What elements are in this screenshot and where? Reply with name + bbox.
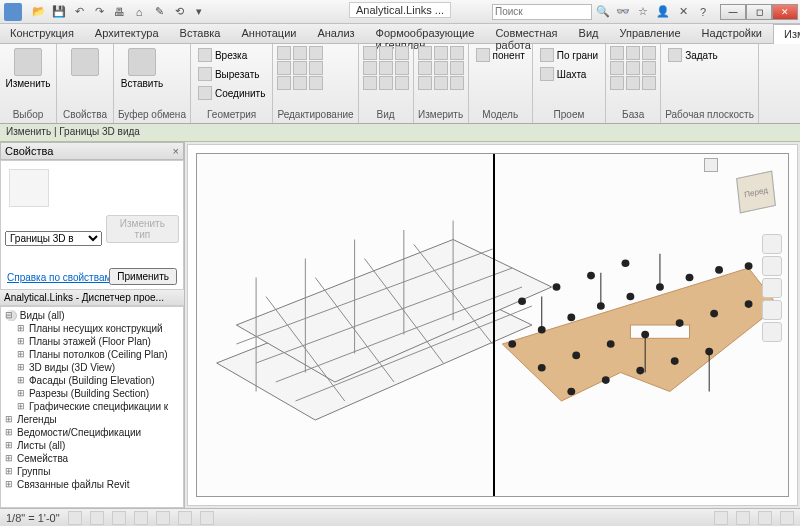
ribbon-tab-3[interactable]: Аннотации [231,24,307,43]
qat-undo-icon[interactable]: ↶ [70,3,88,21]
status-visual-icon[interactable] [90,511,104,525]
tree-extra-5[interactable]: Связанные файлы Revit [3,478,181,491]
qat-dropdown-icon[interactable]: ▾ [190,3,208,21]
qat-home-icon[interactable]: ⌂ [130,3,148,21]
ribbon-icon[interactable] [395,76,409,90]
viewport-toolbar-icon[interactable] [704,158,718,172]
ribbon-tab-0[interactable]: Конструкция [0,24,85,43]
ribbon-icon[interactable] [309,61,323,75]
ribbon-icon[interactable] [610,61,624,75]
edit-type-button[interactable]: Изменить тип [106,215,179,243]
ribbon-tab-4[interactable]: Анализ [307,24,365,43]
ribbon-icon[interactable] [379,61,393,75]
ribbon-icon[interactable] [434,46,448,60]
ribbon-icon[interactable] [418,46,432,60]
tree-item-5[interactable]: Разрезы (Building Section) [3,387,181,400]
nav-look-icon[interactable] [762,322,782,342]
ribbon-icon[interactable] [610,76,624,90]
ribbon-icon[interactable] [450,46,464,60]
tree-extra-0[interactable]: Легенды [3,413,181,426]
status-hide-icon[interactable] [200,511,214,525]
viewport-canvas[interactable]: Перед [196,153,789,497]
qat-print-icon[interactable]: 🖶 [110,3,128,21]
ribbon-btn-8-0[interactable]: По грани [537,46,601,64]
search-icon[interactable]: 🔍 [594,3,612,21]
ribbon-btn-1-0[interactable] [61,46,109,80]
ribbon-icon[interactable] [642,46,656,60]
status-editable-icon[interactable] [736,511,750,525]
nav-zoom-icon[interactable] [762,278,782,298]
ribbon-icon[interactable] [626,61,640,75]
ribbon-tab-7[interactable]: Вид [569,24,610,43]
ribbon-icon[interactable] [363,76,377,90]
app-icon[interactable] [4,3,22,21]
signin-icon[interactable]: 👤 [654,3,672,21]
tree-item-2[interactable]: Планы потолков (Ceiling Plan) [3,348,181,361]
ribbon-icon[interactable] [277,61,291,75]
project-browser[interactable]: ⚪ Виды (all)Планы несущих конструкцийПла… [0,306,184,508]
status-crop-icon[interactable] [156,511,170,525]
tree-extra-4[interactable]: Группы [3,465,181,478]
ribbon-btn-3-1[interactable]: Вырезать [195,65,268,83]
ribbon-icon[interactable] [309,46,323,60]
ribbon-icon[interactable] [626,76,640,90]
close-button[interactable]: ✕ [772,4,798,20]
exchange-icon[interactable]: ✕ [674,3,692,21]
tree-extra-2[interactable]: Листы (all) [3,439,181,452]
qat-measure-icon[interactable]: ✎ [150,3,168,21]
tree-root[interactable]: ⚪ Виды (all) [3,309,181,322]
properties-apply-button[interactable]: Применить [109,268,177,285]
ribbon-icon[interactable] [379,76,393,90]
ribbon-tab-5[interactable]: Формообразующие и генплан [366,24,486,43]
qat-sync-icon[interactable]: ⟲ [170,3,188,21]
ribbon-icon[interactable] [363,46,377,60]
ribbon-icon[interactable] [277,46,291,60]
search-input[interactable] [492,4,592,20]
tree-item-6[interactable]: Графические спецификации к [3,400,181,413]
ribbon-btn-7-0[interactable]: понент [473,46,528,64]
ribbon-icon[interactable] [434,61,448,75]
qat-redo-icon[interactable]: ↷ [90,3,108,21]
status-sun-icon[interactable] [112,511,126,525]
viewcube-face[interactable]: Перед [736,171,776,214]
maximize-button[interactable]: ◻ [746,4,772,20]
status-render-icon[interactable] [178,511,192,525]
ribbon-btn-2-0[interactable]: Вставить [118,46,166,91]
ribbon-icon[interactable] [293,46,307,60]
ribbon-icon[interactable] [610,46,624,60]
help-icon[interactable]: ? [694,3,712,21]
binoculars-icon[interactable]: 👓 [614,3,632,21]
ribbon-icon[interactable] [434,76,448,90]
viewport-3d[interactable]: Перед [187,144,798,506]
ribbon-tab-9[interactable]: Надстройки [692,24,773,43]
status-detail-icon[interactable] [68,511,82,525]
tree-extra-1[interactable]: Ведомости/Спецификации [3,426,181,439]
status-shadow-icon[interactable] [134,511,148,525]
ribbon-tab-6[interactable]: Совместная работа [485,24,568,43]
ribbon-icon[interactable] [642,61,656,75]
ribbon-tab-10[interactable]: Изменить [773,24,800,44]
nav-wheel-icon[interactable] [762,234,782,254]
nav-pan-icon[interactable] [762,256,782,276]
qat-save-icon[interactable]: 💾 [50,3,68,21]
viewcube[interactable]: Перед [728,160,782,214]
properties-close-icon[interactable]: × [173,145,179,157]
ribbon-tab-1[interactable]: Архитектура [85,24,170,43]
ribbon-icon[interactable] [450,61,464,75]
ribbon-btn-3-0[interactable]: Врезка [195,46,268,64]
ribbon-icon[interactable] [626,46,640,60]
properties-help-link[interactable]: Справка по свойствам [7,272,111,283]
ribbon-icon[interactable] [418,76,432,90]
ribbon-icon[interactable] [395,46,409,60]
status-filter-icon[interactable] [780,511,794,525]
tree-extra-3[interactable]: Семейства [3,452,181,465]
status-design-opt-icon[interactable] [758,511,772,525]
nav-orbit-icon[interactable] [762,300,782,320]
qat-open-icon[interactable]: 📂 [30,3,48,21]
minimize-button[interactable]: — [720,4,746,20]
ribbon-btn-0-0[interactable]: Изменить [4,46,52,91]
ribbon-icon[interactable] [293,61,307,75]
ribbon-icon[interactable] [418,61,432,75]
ribbon-btn-10-0[interactable]: Задать [665,46,721,64]
ribbon-icon[interactable] [395,61,409,75]
